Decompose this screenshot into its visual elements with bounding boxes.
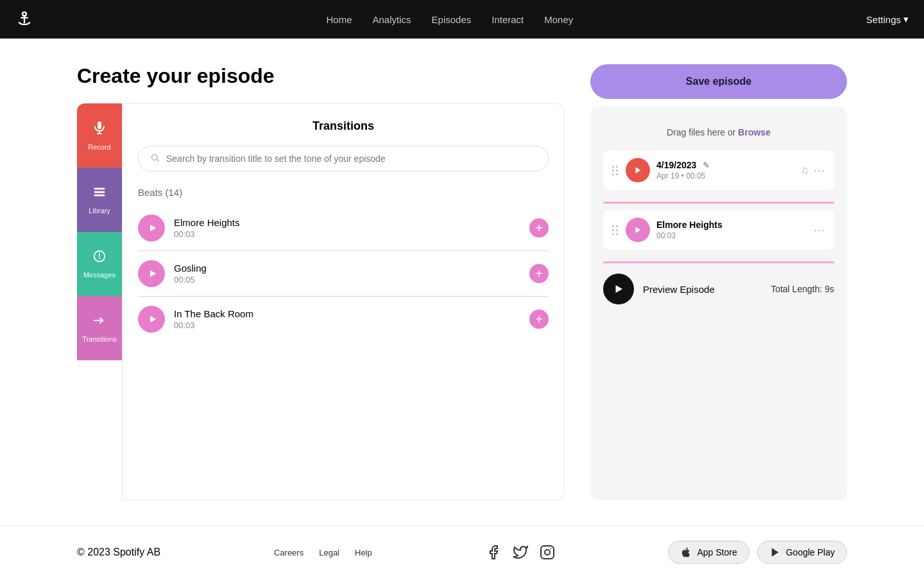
search-icon	[150, 153, 160, 164]
editor-left: Record Library	[77, 103, 565, 500]
footer-social	[486, 545, 555, 560]
add-gosling-button[interactable]: +	[529, 264, 549, 283]
nav-episodes[interactable]: Episodes	[432, 14, 472, 25]
episode-item-recording: 4/19/2023 ✎ Apr 19 • 00:05 ♫ ···	[603, 150, 834, 190]
settings-menu[interactable]: Settings ▾	[866, 13, 909, 25]
library-icon	[92, 185, 107, 203]
recording-subtitle: Apr 19 • 00:05	[656, 171, 794, 180]
episode-item-transition: Elmore Heights 00:03 ···	[603, 210, 834, 250]
nav-home[interactable]: Home	[326, 14, 352, 25]
facebook-icon[interactable]	[486, 545, 501, 560]
sidebar-library-label: Library	[89, 207, 110, 215]
track-row: Elmore Heights 00:03 +	[138, 206, 549, 251]
careers-link[interactable]: Careers	[274, 548, 304, 557]
music-note-icon: ♫	[801, 164, 809, 176]
apple-icon	[680, 547, 692, 558]
recording-title: 4/19/2023	[656, 160, 696, 170]
svg-marker-15	[150, 316, 156, 323]
svg-marker-17	[636, 227, 641, 232]
nav-money[interactable]: Money	[544, 14, 573, 25]
drag-handle[interactable]	[612, 225, 618, 235]
track-row: In The Back Room 00:03 +	[138, 297, 549, 342]
sidebar: Record Library	[77, 103, 122, 500]
save-episode-button[interactable]: Save episode	[590, 64, 847, 99]
sidebar-item-transitions[interactable]: Transitions	[77, 296, 122, 360]
preview-episode-button[interactable]	[603, 274, 634, 304]
drag-handle[interactable]	[612, 166, 618, 175]
svg-marker-14	[150, 270, 156, 277]
svg-line-12	[157, 159, 158, 161]
google-play-icon	[769, 547, 781, 558]
google-play-button[interactable]: Google Play	[757, 541, 847, 564]
navigation: Home Analytics Episodes Interact Money S…	[0, 0, 924, 39]
anchor-icon	[15, 10, 33, 28]
app-store-label: App Store	[697, 547, 737, 557]
beats-label: Beats (14)	[138, 187, 549, 198]
transition-subtitle: 00:03	[656, 231, 807, 240]
more-options-button[interactable]: ···	[814, 164, 825, 177]
drop-zone: Drag files here or Browse	[603, 119, 834, 150]
track-duration: 00:03	[174, 229, 520, 239]
total-length: Total Length: 9s	[771, 284, 834, 294]
logo	[15, 10, 33, 28]
svg-point-20	[545, 550, 550, 555]
svg-point-21	[550, 548, 551, 550]
track-name: Gosling	[174, 263, 520, 274]
footer: © 2023 Spotify AB Careers Legal Help App…	[0, 526, 924, 578]
nav-links: Home Analytics Episodes Interact Money	[326, 14, 573, 25]
add-track-button[interactable]: +	[529, 218, 549, 238]
chevron-down-icon: ▾	[903, 13, 909, 25]
legal-link[interactable]: Legal	[319, 548, 339, 557]
svg-rect-6	[94, 195, 105, 197]
sidebar-item-messages[interactable]: Messages	[77, 232, 122, 296]
help-link[interactable]: Help	[355, 548, 372, 557]
svg-rect-5	[94, 191, 105, 193]
svg-point-9	[99, 258, 100, 259]
play-backroom-button[interactable]	[138, 306, 165, 333]
episode-transition-info: Elmore Heights 00:03	[656, 220, 807, 240]
nav-interact[interactable]: Interact	[492, 14, 524, 25]
page-title-area: Create your episode	[77, 64, 565, 88]
svg-marker-18	[616, 285, 623, 293]
transition-actions: ···	[814, 223, 825, 237]
footer-links: Careers Legal Help	[274, 548, 372, 557]
sidebar-record-label: Record	[88, 143, 110, 151]
transition-more-options[interactable]: ···	[814, 223, 825, 237]
track-duration: 00:03	[174, 320, 520, 330]
search-bar[interactable]	[138, 146, 549, 171]
instagram-icon[interactable]	[540, 545, 555, 560]
episode-panel: Drag files here or Browse 4/19/2023 ✎	[590, 107, 847, 500]
sidebar-item-library[interactable]: Library	[77, 168, 122, 232]
copyright: © 2023 Spotify AB	[77, 547, 160, 558]
play-transition-button[interactable]	[626, 218, 650, 242]
svg-rect-1	[98, 121, 101, 129]
nav-analytics[interactable]: Analytics	[373, 14, 411, 25]
messages-icon	[92, 249, 107, 267]
track-info: In The Back Room 00:03	[174, 308, 520, 330]
recording-divider	[603, 202, 834, 204]
twitter-icon[interactable]	[513, 545, 528, 560]
play-elmore-heights-button[interactable]	[138, 215, 165, 241]
track-row: Gosling 00:05 +	[138, 251, 549, 297]
app-store-button[interactable]: App Store	[668, 541, 749, 564]
svg-marker-13	[150, 225, 156, 232]
edit-icon[interactable]: ✎	[703, 161, 710, 170]
transitions-panel: Transitions Beats (14)	[122, 103, 565, 500]
svg-marker-22	[771, 548, 778, 557]
browse-link[interactable]: Browse	[738, 127, 771, 137]
transition-divider	[603, 261, 834, 263]
sidebar-item-record[interactable]: Record	[77, 103, 122, 168]
play-gosling-button[interactable]	[138, 260, 165, 287]
sidebar-messages-label: Messages	[83, 271, 116, 279]
track-name: Elmore Heights	[174, 217, 520, 228]
page-title: Create your episode	[77, 64, 565, 88]
add-backroom-button[interactable]: +	[529, 310, 549, 329]
play-recording-button[interactable]	[626, 158, 650, 182]
transition-title: Elmore Heights	[656, 220, 807, 230]
track-name: In The Back Room	[174, 308, 520, 319]
svg-marker-16	[636, 167, 641, 173]
microphone-icon	[92, 120, 107, 139]
left-section: Create your episode Record	[77, 64, 565, 500]
recording-actions: ♫ ···	[801, 164, 825, 177]
search-input[interactable]	[166, 153, 536, 164]
